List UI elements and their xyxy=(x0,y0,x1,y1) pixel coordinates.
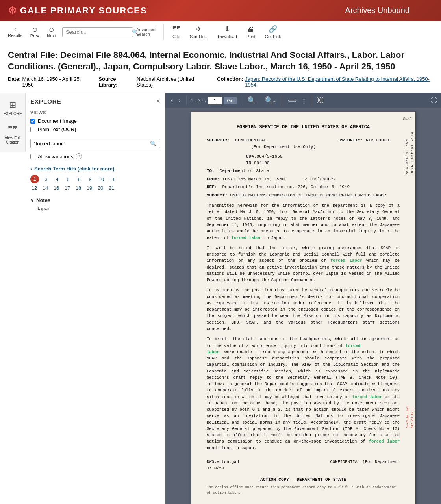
doc-stamp: De/R xyxy=(403,117,411,122)
hit-3[interactable]: 3 xyxy=(42,176,50,182)
hit-8[interactable]: 8 xyxy=(86,176,94,182)
ref-inst-row: REF: Department's Instruction no. 226, O… xyxy=(207,184,400,191)
views-label: VIEWS xyxy=(30,110,160,115)
security-row: SECURITY: CONFIDENTIAL (For Department U… xyxy=(207,137,400,150)
hit-20[interactable]: 20 xyxy=(96,185,104,191)
zoom-out-button[interactable]: 🔍- xyxy=(245,95,259,106)
doc-title: Central File: Decimal File 894.064, Inte… xyxy=(8,50,433,72)
image-view-button[interactable]: 🖼 xyxy=(315,96,325,105)
hit-5[interactable]: 5 xyxy=(64,176,72,182)
hit-6[interactable]: 6 xyxy=(75,176,83,182)
notes-japan[interactable]: Japan xyxy=(37,206,160,211)
left-panel: ⊞ EXPLORE ❞❞ View FullCitation EXPLORE ×… xyxy=(0,93,165,504)
next-label: Next xyxy=(47,33,56,38)
allow-variations-row: Allow variations ? xyxy=(30,153,160,159)
page-nav: 1 - 37 / Go xyxy=(191,97,237,104)
hit-11[interactable]: 11 xyxy=(108,176,116,182)
download-button[interactable]: ⬇ Download xyxy=(214,23,241,41)
explore-header: EXPLORE × xyxy=(30,98,160,105)
doc-title-area: Central File: Decimal File 894.064, Inte… xyxy=(0,43,441,93)
get-link-button[interactable]: 🔗 Get Link xyxy=(261,23,285,41)
hit-12[interactable]: 12 xyxy=(30,185,38,191)
ref-row: 894.064/3-1650IN 894.00 xyxy=(207,152,400,166)
source-value: National Archives (United States) xyxy=(137,76,209,88)
notes-label: Notes xyxy=(36,197,50,203)
prev-button[interactable]: ⊙ Prev xyxy=(27,24,43,40)
download-label: Download xyxy=(218,34,237,39)
advanced-search-link[interactable]: AdvancedSearch xyxy=(136,27,156,37)
next-page-button[interactable]: › xyxy=(177,96,182,105)
citation-icon: ❞❞ xyxy=(8,124,17,135)
collection-link[interactable]: Japan: Records of the U.S. Department of… xyxy=(245,76,433,88)
zoom-in-button[interactable]: 🔍+ xyxy=(262,95,278,106)
nav-bar: ‹ Results ⊙ Prev ⊙ Next 🔍 AdvancedSearch… xyxy=(0,21,441,43)
para-3: In as much as the position thus taken by… xyxy=(207,287,400,332)
explore-search-input[interactable] xyxy=(34,141,150,146)
plain-text-label[interactable]: Plain Text (OCR) xyxy=(38,126,76,132)
source-label: Source Library: xyxy=(98,76,135,88)
doc-image-checkbox[interactable] xyxy=(30,119,35,124)
hit-16[interactable]: 16 xyxy=(52,185,60,191)
hit-10[interactable]: 10 xyxy=(97,176,105,182)
toolbar-divider-1 xyxy=(186,96,187,105)
allow-variations-checkbox[interactable] xyxy=(30,154,35,159)
chevron-right-icon: › xyxy=(30,166,32,172)
confidential-stamp: ConfidentialMAY 23 19.. xyxy=(405,406,415,429)
view-full-citation-button[interactable]: ❞❞ View FullCitation xyxy=(2,121,23,148)
search-input[interactable] xyxy=(66,29,132,35)
hits-numbers: 1 3 4 5 6 8 10 11 12 14 16 17 18 xyxy=(30,175,160,191)
main-content: ⊞ EXPLORE ❞❞ View FullCitation EXPLORE ×… xyxy=(0,93,441,504)
plain-text-checkbox[interactable] xyxy=(30,127,35,132)
allow-variations-label[interactable]: Allow variations xyxy=(38,154,73,159)
doc-image-label[interactable]: Document Image xyxy=(38,118,77,124)
chevron-down-icon: ∨ xyxy=(30,198,34,203)
send-to-button[interactable]: ✈ Send to... xyxy=(186,23,212,41)
page-range: 1 - 37 / xyxy=(191,98,206,104)
send-to-label: Send to... xyxy=(190,34,208,39)
next-icon: ⊙ xyxy=(49,26,54,33)
doc-date: Date: March 16, 1950 - April 25, 1950 xyxy=(8,76,91,88)
sidebar-icons: ⊞ EXPLORE ❞❞ View FullCitation xyxy=(0,93,26,152)
explore-search-button[interactable]: 🔍 xyxy=(150,141,157,146)
subject-row: SUBJECT: UNITED NATIONS COMMISSION OF IN… xyxy=(207,192,400,199)
hit-4[interactable]: 4 xyxy=(53,176,61,182)
hit-18[interactable]: 18 xyxy=(74,185,82,191)
prev-label: Prev xyxy=(30,33,39,38)
para-2: It will be noted that the letter, while … xyxy=(207,245,400,284)
plain-text-checkbox-item: Plain Text (OCR) xyxy=(30,126,160,132)
prev-page-button[interactable]: ‹ xyxy=(169,96,174,105)
fit-width-button[interactable]: ⟺ xyxy=(286,96,298,105)
para-4: In brief, the staff sections of the Head… xyxy=(207,336,400,451)
search-hits-toggle[interactable]: › Search Term Hits (click for more) xyxy=(30,166,160,172)
hit-1[interactable]: 1 xyxy=(30,175,39,183)
explore-search-box[interactable]: 🔍 xyxy=(30,139,160,148)
hit-19[interactable]: 19 xyxy=(85,185,93,191)
para-1: Transmitted herewith for the information… xyxy=(207,202,400,241)
close-explore-button[interactable]: × xyxy=(156,98,160,105)
page-input[interactable] xyxy=(208,97,222,104)
print-label: Print xyxy=(246,34,256,39)
hit-17[interactable]: 17 xyxy=(63,185,71,191)
date-value: March 16, 1950 - April 25, 1950 xyxy=(22,76,91,88)
hit-14[interactable]: 14 xyxy=(41,185,49,191)
doc-collection: Collection: Japan: Records of the U.S. D… xyxy=(217,76,433,88)
search-box[interactable]: 🔍 xyxy=(62,27,133,37)
cite-button[interactable]: ❞❞ Cite xyxy=(169,23,184,41)
doc-header-center: FOREIGN SERVICE OF THE UNITED STATES OF … xyxy=(207,124,400,131)
fullscreen-button[interactable]: ⛶ xyxy=(431,97,437,104)
toolbar-divider-2 xyxy=(241,96,241,105)
hit-21[interactable]: 21 xyxy=(107,185,115,191)
prev-icon: ⊙ xyxy=(32,26,37,33)
help-icon[interactable]: ? xyxy=(76,153,82,159)
explore-icon-label: EXPLORE xyxy=(3,111,22,116)
doc-fields: SECURITY: CONFIDENTIAL (For Department U… xyxy=(207,137,400,198)
explore-icon-button[interactable]: ⊞ EXPLORE xyxy=(1,97,24,119)
print-button[interactable]: 🖨 Print xyxy=(243,24,259,41)
next-button[interactable]: ⊙ Next xyxy=(44,24,59,40)
go-button[interactable]: Go xyxy=(224,97,237,104)
nav-divider xyxy=(163,24,164,40)
get-link-label: Get Link xyxy=(265,34,281,39)
results-button[interactable]: ‹ Results xyxy=(5,24,26,39)
rotate-button[interactable]: ↕ xyxy=(301,96,307,105)
notes-toggle[interactable]: ∨ Notes xyxy=(30,197,160,203)
